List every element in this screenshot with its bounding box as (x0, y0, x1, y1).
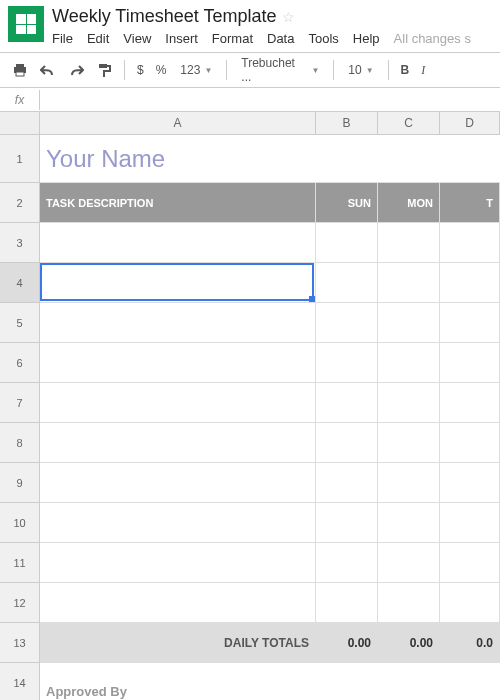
cell[interactable] (40, 503, 316, 542)
cell[interactable] (316, 223, 378, 262)
row-header[interactable]: 5 (0, 303, 39, 343)
cell[interactable] (378, 343, 440, 382)
cell[interactable] (378, 223, 440, 262)
cell-b13[interactable]: 0.00 (316, 623, 378, 662)
cell[interactable] (440, 383, 500, 422)
cell-a2[interactable]: TASK DESCRIPTION (40, 183, 316, 222)
cell-d13[interactable]: 0.0 (440, 623, 500, 662)
format-currency[interactable]: $ (133, 63, 148, 77)
cell[interactable] (40, 543, 316, 582)
cell[interactable] (40, 263, 316, 302)
cell[interactable] (440, 543, 500, 582)
row-header[interactable]: 2 (0, 183, 39, 223)
cell[interactable] (40, 303, 316, 342)
row-header[interactable]: 8 (0, 423, 39, 463)
row-header[interactable]: 7 (0, 383, 39, 423)
menu-help[interactable]: Help (353, 31, 380, 46)
cell[interactable] (440, 463, 500, 502)
cell-b1[interactable] (316, 135, 378, 182)
italic-button[interactable]: I (417, 63, 429, 78)
row-header[interactable]: 9 (0, 463, 39, 503)
cell[interactable] (378, 663, 440, 700)
cell-a14[interactable]: Approved By (40, 663, 316, 700)
menu-insert[interactable]: Insert (165, 31, 198, 46)
cell[interactable] (378, 503, 440, 542)
row-header[interactable]: 12 (0, 583, 39, 623)
cell-a1[interactable]: Your Name (40, 135, 316, 182)
cell-c1[interactable] (378, 135, 440, 182)
cell[interactable] (40, 343, 316, 382)
cell[interactable] (40, 423, 316, 462)
cell-d2[interactable]: T (440, 183, 500, 222)
col-header-d[interactable]: D (440, 112, 500, 134)
cell-b2[interactable]: SUN (316, 183, 378, 222)
cell[interactable] (316, 463, 378, 502)
cell[interactable] (316, 303, 378, 342)
cell-c2[interactable]: MON (378, 183, 440, 222)
cell[interactable] (378, 263, 440, 302)
row-header[interactable]: 1 (0, 135, 39, 183)
format-number[interactable]: 123▼ (174, 61, 218, 79)
cell[interactable] (440, 423, 500, 462)
menu-tools[interactable]: Tools (308, 31, 338, 46)
col-header-a[interactable]: A (40, 112, 316, 134)
redo-icon[interactable] (64, 58, 88, 82)
cell[interactable] (378, 583, 440, 622)
cell[interactable] (378, 383, 440, 422)
cell-d1[interactable] (440, 135, 500, 182)
row-header[interactable]: 13 (0, 623, 39, 663)
cell[interactable] (378, 303, 440, 342)
svg-rect-1 (16, 64, 24, 67)
cell[interactable] (316, 503, 378, 542)
cell[interactable] (316, 423, 378, 462)
menu-view[interactable]: View (123, 31, 151, 46)
cell[interactable] (316, 263, 378, 302)
cell[interactable] (440, 503, 500, 542)
row-header[interactable]: 6 (0, 343, 39, 383)
font-family-dropdown[interactable]: Trebuchet ...▼ (235, 54, 325, 86)
menu-file[interactable]: File (52, 31, 73, 46)
cell[interactable] (316, 383, 378, 422)
bold-button[interactable]: B (397, 63, 414, 77)
cell[interactable] (316, 663, 378, 700)
menu-data[interactable]: Data (267, 31, 294, 46)
star-icon[interactable]: ☆ (282, 9, 295, 25)
sheets-logo[interactable] (8, 6, 44, 42)
cell-a13[interactable]: DAILY TOTALS (40, 623, 316, 662)
col-header-c[interactable]: C (378, 112, 440, 134)
row-header[interactable]: 4 (0, 263, 39, 303)
cell[interactable] (40, 583, 316, 622)
menu-format[interactable]: Format (212, 31, 253, 46)
cell[interactable] (316, 543, 378, 582)
cell-c13[interactable]: 0.00 (378, 623, 440, 662)
cell[interactable] (40, 383, 316, 422)
paint-format-icon[interactable] (92, 58, 116, 82)
row-header[interactable]: 10 (0, 503, 39, 543)
row-header[interactable]: 3 (0, 223, 39, 263)
menu-edit[interactable]: Edit (87, 31, 109, 46)
cell[interactable] (316, 583, 378, 622)
cell[interactable] (316, 343, 378, 382)
print-icon[interactable] (8, 58, 32, 82)
select-all-corner[interactable] (0, 112, 40, 134)
cell[interactable] (440, 263, 500, 302)
cell[interactable] (440, 303, 500, 342)
cell[interactable] (440, 343, 500, 382)
col-header-b[interactable]: B (316, 112, 378, 134)
cell[interactable] (378, 543, 440, 582)
row-header[interactable]: 14 (0, 663, 39, 700)
undo-icon[interactable] (36, 58, 60, 82)
cell[interactable] (40, 463, 316, 502)
cell[interactable] (40, 223, 316, 262)
cell[interactable] (378, 423, 440, 462)
document-title[interactable]: Weekly Timesheet Template (52, 6, 276, 27)
cell[interactable] (440, 663, 500, 700)
cell[interactable] (440, 223, 500, 262)
row-header[interactable]: 11 (0, 543, 39, 583)
fx-label: fx (0, 90, 40, 110)
cell[interactable] (378, 463, 440, 502)
formula-input[interactable] (40, 90, 500, 110)
format-percent[interactable]: % (152, 63, 171, 77)
cell[interactable] (440, 583, 500, 622)
font-size-dropdown[interactable]: 10▼ (342, 61, 379, 79)
